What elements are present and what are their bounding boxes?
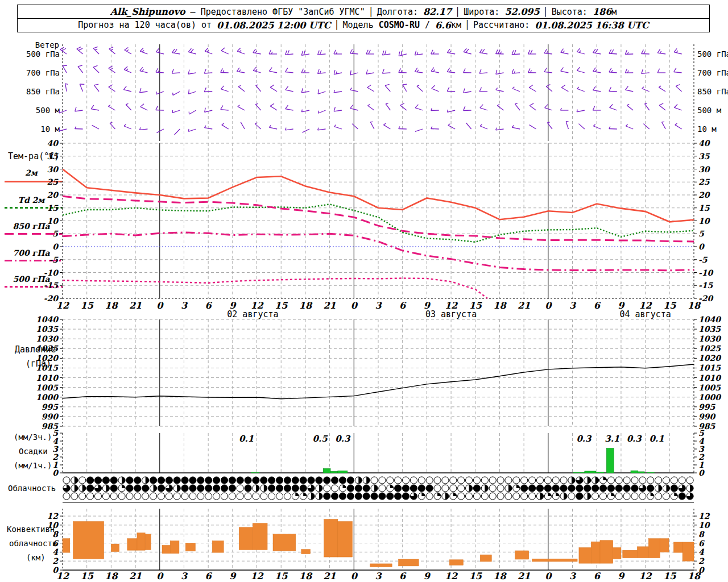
- wind-row-850гПа: [65, 84, 682, 95]
- svg-text:0.3: 0.3: [627, 434, 643, 444]
- svg-text:1030: 1030: [36, 334, 59, 343]
- svg-text:6: 6: [594, 571, 601, 581]
- svg-text:1020: 1020: [36, 354, 59, 363]
- svg-text:30: 30: [47, 165, 59, 174]
- svg-text:21: 21: [129, 300, 142, 311]
- svg-text:3: 3: [375, 571, 382, 581]
- svg-text:9: 9: [618, 571, 625, 581]
- svg-text:6: 6: [399, 300, 407, 311]
- svg-text:3: 3: [181, 300, 188, 311]
- svg-text:4: 4: [52, 547, 59, 556]
- svg-text:15: 15: [47, 203, 59, 213]
- svg-text:12: 12: [56, 300, 70, 311]
- temp-curve-t850: [63, 196, 694, 242]
- svg-text:40: 40: [47, 139, 59, 148]
- svg-text:6: 6: [594, 300, 601, 311]
- svg-text:500 гПа: 500 гПа: [26, 49, 60, 59]
- svg-text:0.1: 0.1: [239, 434, 254, 444]
- svg-text:0: 0: [545, 571, 552, 581]
- svg-text:12: 12: [639, 571, 652, 581]
- svg-text:30: 30: [698, 165, 710, 174]
- svg-text:0: 0: [698, 468, 705, 477]
- svg-text:-10: -10: [44, 268, 59, 277]
- svg-text:15: 15: [469, 571, 482, 581]
- svg-text:02 августа: 02 августа: [227, 309, 278, 319]
- svg-text:15: 15: [698, 203, 710, 213]
- svg-text:3.1: 3.1: [605, 434, 619, 444]
- precip-bars: 0.10.50.30.33.10.30.1: [239, 434, 664, 473]
- svg-text:1035: 1035: [698, 325, 721, 334]
- svg-text:1005: 1005: [36, 383, 59, 392]
- svg-text:21: 21: [323, 571, 336, 581]
- svg-text:1035: 1035: [36, 325, 59, 334]
- svg-text:0.3: 0.3: [576, 434, 592, 444]
- cloud-cover-rows: [63, 477, 693, 500]
- svg-text:18: 18: [688, 571, 701, 581]
- svg-text:21: 21: [518, 300, 530, 311]
- svg-text:850 гПа: 850 гПа: [697, 87, 728, 96]
- svg-text:5: 5: [52, 229, 59, 238]
- wind-barbs: [59, 47, 682, 135]
- svg-text:40: 40: [698, 139, 710, 148]
- svg-text:18: 18: [105, 300, 118, 311]
- svg-text:10: 10: [47, 521, 59, 530]
- svg-text:10 м: 10 м: [40, 124, 60, 134]
- svg-text:18: 18: [299, 300, 313, 311]
- svg-text:0: 0: [156, 571, 164, 581]
- svg-text:35: 35: [47, 152, 59, 161]
- svg-text:1030: 1030: [698, 334, 721, 343]
- meteogram-canvas: 40403535303025252020151510105500-5-5-10-…: [0, 0, 728, 582]
- wind-row-700гПа: [63, 65, 682, 75]
- svg-text:1000: 1000: [36, 393, 59, 402]
- svg-text:21: 21: [323, 300, 336, 311]
- svg-text:700 гПа: 700 гПа: [697, 68, 728, 77]
- svg-text:21: 21: [518, 571, 530, 581]
- svg-text:1025: 1025: [698, 344, 721, 353]
- svg-text:1015: 1015: [36, 363, 59, 372]
- svg-text:6: 6: [205, 571, 213, 581]
- svg-text:5: 5: [698, 229, 705, 238]
- svg-text:6: 6: [399, 571, 407, 581]
- svg-text:-10: -10: [698, 268, 714, 277]
- svg-text:3: 3: [375, 300, 382, 311]
- svg-text:10 м: 10 м: [697, 124, 717, 134]
- svg-text:04 августа: 04 августа: [619, 309, 671, 319]
- svg-text:500 гПа: 500 гПа: [697, 49, 728, 59]
- svg-text:0.3: 0.3: [335, 434, 351, 444]
- svg-text:12: 12: [698, 512, 710, 521]
- svg-text:3: 3: [181, 571, 188, 581]
- svg-text:18: 18: [299, 571, 313, 581]
- svg-text:1010: 1010: [36, 373, 59, 383]
- svg-text:12: 12: [445, 571, 458, 581]
- svg-text:1020: 1020: [698, 354, 721, 363]
- svg-text:-15: -15: [44, 281, 59, 290]
- svg-text:8: 8: [698, 530, 705, 539]
- svg-text:0: 0: [52, 242, 59, 251]
- svg-text:21: 21: [129, 571, 142, 581]
- svg-text:9: 9: [424, 571, 431, 581]
- svg-text:15: 15: [81, 571, 94, 581]
- svg-text:10: 10: [698, 521, 710, 530]
- svg-text:1005: 1005: [698, 383, 721, 392]
- wind-row-500м: [59, 103, 682, 114]
- svg-text:18: 18: [493, 300, 507, 311]
- svg-text:0: 0: [351, 571, 358, 581]
- svg-text:0: 0: [545, 300, 552, 311]
- svg-text:-20: -20: [698, 294, 714, 303]
- svg-text:12: 12: [250, 571, 264, 581]
- svg-text:995: 995: [698, 402, 715, 411]
- svg-text:3: 3: [569, 571, 577, 581]
- svg-text:6: 6: [52, 539, 59, 548]
- wind-row-500гПа: [60, 47, 682, 56]
- svg-text:-15: -15: [698, 281, 714, 290]
- svg-text:18: 18: [688, 300, 701, 311]
- svg-text:6: 6: [205, 300, 213, 311]
- svg-text:1010: 1010: [698, 373, 721, 383]
- svg-text:0: 0: [351, 300, 358, 311]
- svg-text:-5: -5: [698, 255, 708, 264]
- meteogram-page: Alk_Shipunovo — Предоставлено ФГБУ "ЗапС…: [0, 0, 728, 582]
- svg-text:0: 0: [156, 300, 164, 311]
- svg-text:3: 3: [569, 300, 577, 311]
- temp-curve-t500: [63, 278, 487, 298]
- svg-text:995: 995: [42, 402, 59, 411]
